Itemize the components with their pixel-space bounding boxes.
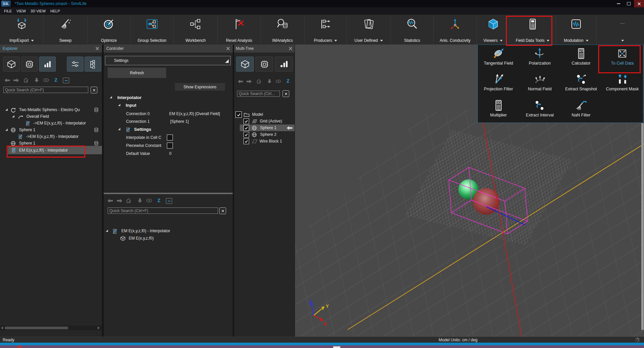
prop-row-default-value[interactable]: Default Value 0 bbox=[104, 150, 233, 157]
expander-icon[interactable] bbox=[110, 96, 112, 98]
close-icon[interactable] bbox=[226, 47, 230, 51]
expander-icon[interactable] bbox=[106, 230, 108, 232]
z-order-icon[interactable]: Z bbox=[55, 78, 58, 82]
explorer-filter-button[interactable] bbox=[67, 57, 84, 72]
prop-row-connection1[interactable]: Connection 1 [Sphere 1] bbox=[104, 118, 233, 125]
tree-row-sphere1[interactable]: Sphere 1 bbox=[0, 126, 102, 133]
home-icon[interactable] bbox=[23, 78, 29, 83]
explorer-simulation-view-button[interactable] bbox=[21, 57, 38, 72]
prop-row-root[interactable]: Interpolator bbox=[104, 94, 233, 101]
tree-row-interpolator[interactable]: ->EM E(x,y,z,f0) - Interpolator bbox=[0, 133, 102, 140]
tree-row-overall-field[interactable]: Overall Field bbox=[0, 113, 102, 120]
menu-help[interactable]: HELP bbox=[50, 9, 60, 13]
menu-item-calculator[interactable]: Calculator bbox=[560, 45, 602, 71]
expander-icon[interactable] bbox=[5, 128, 8, 131]
forward-icon[interactable] bbox=[13, 78, 19, 83]
prop-row-interpolate[interactable]: Interpolate in Cell C bbox=[104, 134, 233, 141]
refresh-button[interactable]: Refresh bbox=[108, 68, 166, 78]
menu-3d-view[interactable]: 3D VIEW bbox=[30, 9, 45, 13]
down-arrow-icon[interactable] bbox=[267, 79, 272, 84]
prop-row-piecewise[interactable]: Piecewise Constant bbox=[104, 142, 233, 149]
toolbar-producers[interactable]: Producers bbox=[305, 15, 347, 45]
visibility-checkbox-checked[interactable] bbox=[243, 125, 249, 131]
model-tree-row[interactable]: Model bbox=[234, 111, 295, 118]
grid-tree-row[interactable]: Grid (Active) bbox=[234, 118, 295, 124]
multitree-model-view-button[interactable] bbox=[236, 57, 254, 72]
menu-item-extract-interval[interactable]: Extract Interval bbox=[519, 97, 561, 122]
menu-item-polarization[interactable]: Polarization bbox=[519, 45, 561, 71]
down-arrow-icon[interactable] bbox=[138, 198, 142, 203]
toolbar-sweep[interactable]: Sweep bbox=[43, 15, 88, 45]
toolbar-imanalytics[interactable]: IMAnalytics bbox=[261, 15, 305, 45]
menu-item-projection-filter[interactable]: Projection Filter bbox=[478, 71, 519, 96]
show-expressions-button[interactable]: Show Expressions bbox=[175, 83, 225, 91]
checkbox-unchecked[interactable] bbox=[167, 143, 173, 149]
back-icon[interactable] bbox=[4, 78, 10, 83]
expander-icon[interactable] bbox=[118, 104, 120, 106]
search-clear-button[interactable] bbox=[283, 90, 289, 97]
z-order-icon[interactable]: Z bbox=[157, 198, 160, 203]
down-arrow-icon[interactable] bbox=[34, 78, 39, 83]
maximize-button[interactable] bbox=[624, 0, 633, 7]
expander-icon[interactable] bbox=[12, 115, 14, 117]
output-tree-row[interactable]: EM E(x,y,z,f0) bbox=[104, 235, 233, 242]
toolbar-user-defined[interactable]: User Defined bbox=[347, 15, 391, 45]
toolbar-optimize[interactable]: Optimize bbox=[88, 15, 130, 45]
search-input[interactable] bbox=[237, 91, 280, 97]
tree-row-interpolator[interactable]: ->EM E(x,y,z,f0) - Interpolator bbox=[0, 120, 102, 126]
visibility-checkbox-checked[interactable] bbox=[243, 139, 249, 144]
prop-row-connection0[interactable]: Connection 0 EM E(x,y,z,f0) [Overall Fie… bbox=[104, 110, 233, 117]
menu-item-nan-filter[interactable]: NaN Filter bbox=[560, 97, 602, 122]
menu-item-extract-snapshot[interactable]: Extract Snapshot bbox=[560, 71, 602, 96]
prop-row-input[interactable]: Input bbox=[104, 102, 233, 109]
visibility-eye-icon[interactable] bbox=[43, 78, 49, 82]
settings-dropdown[interactable]: Settings bbox=[105, 56, 231, 65]
toolbar-workbench[interactable]: Workbench bbox=[174, 15, 218, 45]
menu-view[interactable]: VIEW bbox=[16, 9, 26, 13]
close-icon[interactable] bbox=[95, 47, 99, 51]
prop-value[interactable]: 0 bbox=[169, 151, 172, 156]
scroll-left-icon[interactable] bbox=[1, 327, 3, 329]
multitree-simulation-view-button[interactable] bbox=[255, 57, 273, 72]
multitree-analysis-view-button[interactable] bbox=[275, 57, 293, 72]
home-icon[interactable] bbox=[256, 79, 261, 84]
toolbar-group-selection[interactable]: Group Selection bbox=[130, 15, 174, 45]
menu-item-normal-field[interactable]: Normal Field bbox=[519, 71, 561, 96]
search-clear-button[interactable] bbox=[219, 207, 226, 214]
checkbox-unchecked[interactable] bbox=[167, 135, 173, 141]
forward-icon[interactable] bbox=[246, 79, 252, 84]
scroll-right-icon[interactable] bbox=[98, 327, 100, 329]
panel-splitter[interactable] bbox=[104, 193, 233, 194]
sphere2-tree-row[interactable]: Sphere 2 bbox=[234, 131, 295, 138]
scrollbar-thumb[interactable] bbox=[5, 327, 68, 329]
expander-icon[interactable] bbox=[5, 108, 8, 111]
toolbar-statistics[interactable]: Statistics bbox=[391, 15, 434, 45]
expander-icon[interactable] bbox=[118, 128, 120, 130]
explorer-tree-layout-button[interactable] bbox=[85, 57, 101, 72]
toolbar-modulation[interactable]: Modulation bbox=[556, 15, 597, 45]
menu-item-tangential-field[interactable]: Tangential Field bbox=[478, 45, 519, 71]
minimize-button[interactable] bbox=[614, 0, 623, 7]
toolbar-reset-analysis[interactable]: Reset Analysis bbox=[218, 15, 261, 45]
menu-item-component-mask[interactable]: Component Mask bbox=[602, 71, 643, 96]
tree-row-simulation[interactable]: Two Metallic Spheres - Electro Qu bbox=[0, 106, 102, 113]
collapse-all-icon[interactable] bbox=[63, 78, 69, 83]
toolbar-anis-conducivity[interactable]: Anis. Conducivity bbox=[434, 15, 477, 45]
sphere1-tree-row-selected[interactable]: Sphere 1 bbox=[240, 124, 295, 131]
search-clear-button[interactable] bbox=[91, 87, 97, 93]
back-icon[interactable] bbox=[107, 198, 113, 203]
back-icon[interactable] bbox=[237, 79, 243, 84]
close-icon[interactable] bbox=[289, 47, 293, 51]
menu-item-multiplier[interactable]: Multiplier bbox=[478, 97, 519, 122]
toolbar-imp-export[interactable]: Imp/Export bbox=[0, 15, 43, 45]
menu-file[interactable]: FILE bbox=[4, 9, 12, 13]
collapse-all-icon[interactable] bbox=[166, 198, 172, 204]
z-order-icon[interactable]: Z bbox=[287, 79, 290, 83]
wire-block-tree-row[interactable]: Wire Block 1 bbox=[234, 138, 295, 145]
visibility-checkbox-checked[interactable] bbox=[235, 111, 242, 118]
viewport-scrollbar[interactable] bbox=[641, 123, 644, 330]
horizontal-scrollbar[interactable] bbox=[0, 326, 102, 330]
search-input[interactable] bbox=[108, 207, 218, 214]
forward-icon[interactable] bbox=[116, 198, 123, 203]
visibility-checkbox-checked[interactable] bbox=[243, 132, 249, 138]
